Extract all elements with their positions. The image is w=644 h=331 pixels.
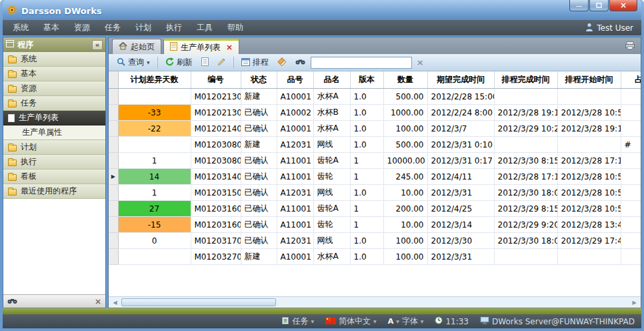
schedule-button[interactable]: 排程	[238, 55, 272, 69]
table-row[interactable]: 27M012031601已确认A11001齿轮A1200.002012/4/25…	[109, 201, 641, 217]
column-header-9[interactable]: 排程开始时间	[557, 71, 621, 89]
chevron-down-icon: ▼	[396, 319, 399, 324]
column-header-8[interactable]: 排程完成时间	[494, 71, 557, 89]
app-window: Darsson DWorks — × 系统基本资源任务计划执行工具帮助 Test…	[0, 0, 644, 331]
cell-qty: 1000.00	[383, 105, 427, 121]
cell-qty: 100.00	[383, 249, 427, 265]
menu-item-3[interactable]: 任务	[97, 20, 128, 35]
column-header-0[interactable]: 计划差异天数	[118, 71, 191, 89]
sidebar-item-系统[interactable]: 系统	[3, 52, 105, 67]
status-server[interactable]: DWorks Server@FUNWAY-THINKPAD	[480, 316, 635, 326]
column-header-3[interactable]: 品号	[277, 71, 313, 89]
sidebar-item-任务[interactable]: 任务	[3, 96, 105, 111]
search-input[interactable]	[311, 57, 412, 69]
row-marker	[109, 105, 118, 121]
column-header-5[interactable]: 版本	[350, 71, 383, 89]
cell-status: 新建	[241, 89, 277, 105]
column-header-1[interactable]: 编号	[191, 71, 241, 89]
menu-item-1[interactable]: 基本	[36, 20, 67, 35]
table-row[interactable]: ▶14M012031402已确认A11001齿轮1245.002012/4/11…	[109, 169, 641, 185]
table-row[interactable]: M012032701新建A10001水杯A1.0100.002012/3/31	[109, 249, 641, 265]
sidebar-item-生产单列表[interactable]: 生产单列表	[3, 111, 105, 125]
column-header-4[interactable]: 品名	[313, 71, 350, 89]
horizontal-scrollbar[interactable]: ◀ ▶	[109, 296, 641, 308]
find-button[interactable]	[292, 57, 309, 69]
menu-item-4[interactable]: 计划	[128, 20, 159, 35]
query-button[interactable]: 查询 ▼	[113, 55, 153, 69]
table-row[interactable]: M012021301新建A10001水杯A1.0500.002012/2/28 …	[109, 89, 641, 105]
menu-bar: 系统基本资源任务计划执行工具帮助 Test User	[3, 20, 641, 35]
table-row[interactable]: 0M012031701已确认A12031网线1.0100.002012/3/30…	[109, 233, 641, 249]
scroll-left-icon[interactable]: ◀	[111, 300, 119, 306]
table-row[interactable]: -15M012031602已确认A11001齿轮110.002012/3/142…	[109, 217, 641, 233]
cell-version: 1	[350, 201, 383, 217]
pencil-icon	[217, 57, 226, 68]
scrollbar-thumb[interactable]	[121, 298, 276, 306]
menu-item-2[interactable]: 资源	[67, 20, 97, 35]
menu-item-7[interactable]: 帮助	[220, 20, 251, 35]
column-header-2[interactable]: 状态	[241, 71, 277, 89]
menu-item-5[interactable]: 执行	[159, 20, 189, 35]
close-button[interactable]: ×	[609, 0, 637, 11]
tab-production-order-list[interactable]: 生产单列表 ×	[163, 39, 239, 54]
cell-sched_finish: 2012/3/29 8:15	[494, 201, 557, 217]
edit-button[interactable]	[214, 56, 229, 69]
window-title: Darsson DWorks	[21, 6, 102, 16]
sidebar-search-close-icon[interactable]: ×	[95, 297, 101, 306]
column-header-10[interactable]: 占	[621, 71, 641, 89]
erase-button[interactable]	[274, 56, 290, 69]
table-row[interactable]: 1M012031501已确认A12031网线1.010.002012/3/312…	[109, 185, 641, 201]
cell-due: 2012/3/31	[427, 249, 494, 265]
binoculars-icon	[295, 58, 305, 67]
sidebar-item-计划[interactable]: 计划	[3, 140, 105, 155]
sidebar-item-生产单属性[interactable]: 生产单属性	[3, 125, 105, 140]
refresh-label: 刷新	[177, 57, 193, 68]
table-row[interactable]: -33M012021302已确认A10002水杯B1.01000.002012/…	[109, 105, 641, 121]
sidebar-item-资源[interactable]: 资源	[3, 81, 105, 96]
clear-search-icon[interactable]: ×	[414, 57, 427, 67]
maximize-button[interactable]	[589, 0, 609, 11]
column-header-7[interactable]: 期望完成时间	[427, 71, 494, 89]
table-row[interactable]: -22M012021401已确认A10001水杯A1.0100.002012/3…	[109, 121, 641, 137]
sidebar-item-基本[interactable]: 基本	[3, 67, 105, 81]
menu-item-6[interactable]: 工具	[189, 20, 220, 35]
new-button[interactable]	[198, 56, 212, 69]
bottom-accent-strip	[3, 308, 641, 314]
minimize-button[interactable]: —	[569, 0, 589, 11]
window-controls: — ×	[569, 0, 637, 11]
cell-item_no: A12031	[277, 233, 313, 249]
cell-extra	[621, 201, 641, 217]
cell-item_name: 齿轮	[313, 217, 350, 233]
status-language-menu[interactable]: 简体中文 ▼	[325, 316, 377, 327]
sidebar-search-bar[interactable]: ×	[3, 294, 105, 308]
column-header-6[interactable]: 数量	[383, 71, 427, 89]
user-indicator[interactable]: Test User	[585, 23, 639, 33]
tab-close-icon[interactable]: ×	[226, 43, 233, 52]
sidebar-item-看板[interactable]: 看板	[3, 170, 105, 184]
row-marker	[109, 201, 118, 217]
row-marker	[109, 249, 118, 265]
printer-icon[interactable]	[625, 41, 637, 51]
status-task-menu[interactable]: 任务 ▼	[281, 316, 314, 327]
table-row[interactable]: M012030801新建A12031网线1.0500.002012/3/31 0…	[109, 137, 641, 153]
table-row[interactable]: 1M012030802已确认A11001齿轮A110000.002012/3/3…	[109, 153, 641, 169]
scroll-right-icon[interactable]: ▶	[630, 300, 639, 306]
cell-sched_start: 2012/3/28 19:10	[557, 121, 621, 137]
cell-no: M012030802	[191, 153, 241, 169]
refresh-button[interactable]: 刷新	[162, 55, 196, 69]
cell-status: 已确认	[241, 217, 277, 233]
tab-home[interactable]: 起始页	[112, 39, 161, 54]
status-clock[interactable]: 11:33	[435, 316, 469, 326]
sidebar-item-label: 计划	[21, 141, 37, 153]
cell-version: 1	[350, 217, 383, 233]
sidebar-collapse-button[interactable]: «	[92, 40, 103, 50]
cell-item_name: 水杯A	[313, 121, 350, 137]
menu-item-0[interactable]: 系统	[5, 20, 36, 35]
row-marker	[109, 185, 118, 201]
cell-item_no: A11001	[277, 217, 313, 233]
cell-no: M012031602	[191, 217, 241, 233]
row-marker	[109, 137, 118, 153]
status-font-menu[interactable]: A ▼ 字体 ▼	[388, 316, 424, 327]
sidebar-item-执行[interactable]: 执行	[3, 155, 105, 170]
sidebar-item-最近使用的程序[interactable]: 最近使用的程序	[3, 184, 105, 199]
